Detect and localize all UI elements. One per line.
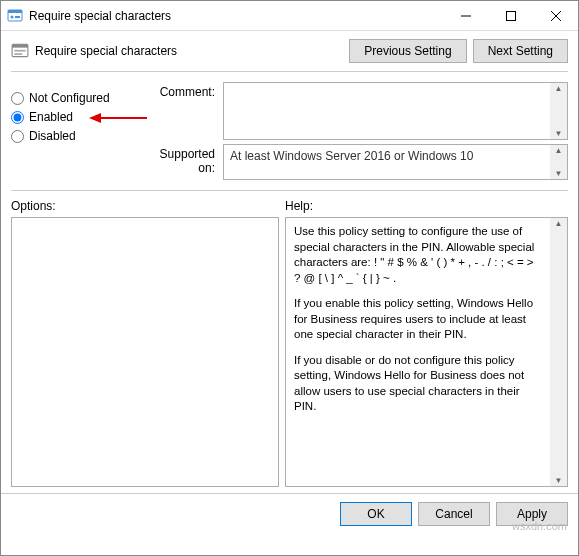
- scroll-down-icon[interactable]: ▼: [550, 128, 567, 139]
- not-configured-radio[interactable]: [11, 92, 24, 105]
- scroll-up-icon[interactable]: ▲: [550, 83, 567, 94]
- svg-rect-10: [14, 50, 25, 52]
- enabled-radio[interactable]: [11, 111, 24, 124]
- svg-rect-9: [12, 44, 28, 47]
- enabled-label[interactable]: Enabled: [29, 110, 73, 124]
- window-title: Require special characters: [29, 9, 443, 23]
- scrollbar[interactable]: ▲ ▼: [550, 145, 567, 179]
- callout-arrow-icon: [89, 112, 147, 124]
- svg-point-2: [11, 15, 14, 18]
- options-label: Options:: [11, 199, 279, 213]
- scroll-up-icon[interactable]: ▲: [550, 145, 567, 156]
- disabled-label[interactable]: Disabled: [29, 129, 76, 143]
- scroll-down-icon[interactable]: ▼: [550, 475, 567, 486]
- close-button[interactable]: [533, 1, 578, 31]
- help-panel: Use this policy setting to configure the…: [285, 217, 568, 487]
- supported-on-box: At least Windows Server 2016 or Windows …: [223, 144, 568, 180]
- supported-label: Supported on:: [141, 144, 223, 180]
- apply-button[interactable]: Apply: [496, 502, 568, 526]
- svg-rect-5: [506, 11, 515, 20]
- comment-textarea[interactable]: ▲ ▼: [223, 82, 568, 140]
- title-bar: Require special characters: [1, 1, 578, 31]
- svg-rect-11: [14, 53, 22, 55]
- options-panel: [11, 217, 279, 487]
- maximize-button[interactable]: [488, 1, 533, 31]
- comment-label: Comment:: [141, 82, 223, 140]
- policy-name: Require special characters: [35, 44, 343, 58]
- scrollbar[interactable]: ▲ ▼: [550, 218, 567, 486]
- ok-button[interactable]: OK: [340, 502, 412, 526]
- svg-rect-1: [8, 10, 22, 13]
- scroll-down-icon[interactable]: ▼: [550, 168, 567, 179]
- disabled-radio[interactable]: [11, 130, 24, 143]
- state-radio-group: Not Configured Enabled Disabled: [11, 82, 141, 184]
- cancel-button[interactable]: Cancel: [418, 502, 490, 526]
- scroll-up-icon[interactable]: ▲: [550, 218, 567, 229]
- policy-item-icon: [11, 42, 29, 60]
- help-label: Help:: [285, 199, 568, 213]
- svg-rect-3: [15, 16, 20, 18]
- svg-marker-13: [89, 113, 101, 123]
- not-configured-label[interactable]: Not Configured: [29, 91, 110, 105]
- next-setting-button[interactable]: Next Setting: [473, 39, 568, 63]
- supported-on-text: At least Windows Server 2016 or Windows …: [224, 145, 550, 179]
- previous-setting-button[interactable]: Previous Setting: [349, 39, 466, 63]
- scrollbar[interactable]: ▲ ▼: [550, 83, 567, 139]
- dialog-footer: OK Cancel Apply: [1, 493, 578, 534]
- minimize-button[interactable]: [443, 1, 488, 31]
- help-text: Use this policy setting to configure the…: [286, 218, 550, 486]
- policy-icon: [7, 8, 23, 24]
- policy-header: Require special characters Previous Sett…: [11, 39, 568, 72]
